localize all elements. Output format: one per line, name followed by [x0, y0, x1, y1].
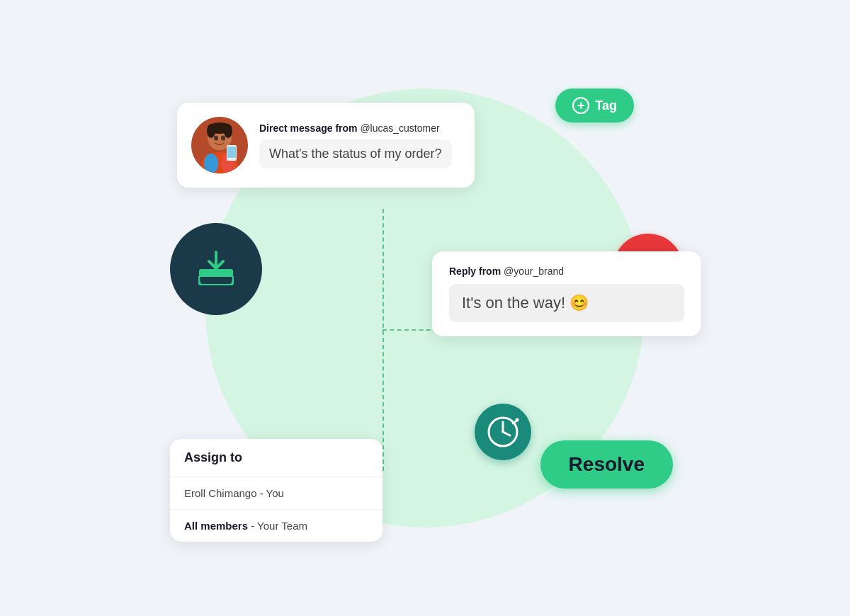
tag-plus-icon: +: [572, 97, 589, 114]
assign-card: Assign to Eroll Chimango - You All membe…: [170, 439, 382, 542]
assign-option-2-bold: All members: [184, 520, 248, 532]
dm-message: What's the status of my order?: [259, 139, 452, 169]
svg-point-9: [207, 124, 215, 138]
tag-label: Tag: [595, 98, 617, 113]
reply-card: Reply from @your_brand It's on the way! …: [432, 251, 701, 336]
tag-button[interactable]: + Tag: [555, 89, 634, 122]
svg-point-27: [516, 418, 519, 422]
inbox-circle: [170, 223, 262, 315]
avatar: [191, 117, 248, 173]
assign-option-2-rest: - Your Team: [248, 520, 307, 532]
assign-header: Assign to: [170, 439, 382, 477]
svg-point-12: [221, 136, 225, 141]
svg-point-11: [214, 136, 218, 141]
reply-header-bold: Reply from: [449, 266, 501, 277]
dm-header-bold: Direct message from: [259, 122, 358, 134]
svg-point-10: [224, 124, 232, 138]
dm-text-area: Direct message from @lucas_customer What…: [259, 122, 452, 169]
inbox-icon: [193, 246, 239, 292]
resolve-label: Resolve: [569, 453, 645, 475]
reply-handle: @your_brand: [504, 266, 564, 277]
dm-header: Direct message from @lucas_customer: [259, 122, 452, 134]
assign-option-1[interactable]: Eroll Chimango - You: [170, 477, 382, 510]
assign-option-2[interactable]: All members - Your Team: [170, 510, 382, 542]
reply-header: Reply from @your_brand: [449, 266, 684, 277]
resolve-button[interactable]: Resolve: [540, 440, 673, 489]
avatar-illustration: [191, 117, 248, 173]
clock-circle: [475, 404, 531, 460]
scene: + Tag: [106, 25, 744, 591]
dm-card: Direct message from @lucas_customer What…: [177, 103, 475, 188]
svg-line-25: [503, 432, 510, 435]
dm-handle: @lucas_customer: [360, 122, 439, 134]
clock-icon: [486, 415, 520, 449]
svg-rect-14: [227, 147, 236, 158]
svg-point-5: [204, 154, 218, 173]
reply-message: It's on the way! 😊: [449, 284, 684, 322]
connector-line-vertical: [382, 209, 384, 471]
